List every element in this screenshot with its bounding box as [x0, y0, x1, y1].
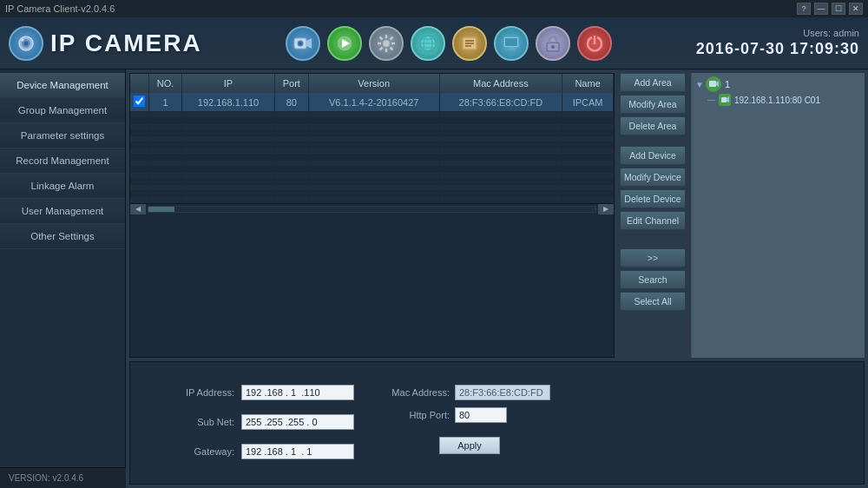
- http-port-input[interactable]: [455, 407, 507, 423]
- config-svg: [460, 34, 479, 53]
- camera-icon: [9, 26, 43, 61]
- tree-collapse-icon[interactable]: ▼: [695, 80, 704, 89]
- table-row: [130, 185, 614, 191]
- svg-line-17: [391, 36, 393, 39]
- toolbar-camera-icon[interactable]: [286, 26, 320, 61]
- sidebar-item-group-management[interactable]: Group Management: [0, 98, 125, 123]
- edit-channel-button[interactable]: Edit Channel: [620, 211, 686, 230]
- scroll-left-btn[interactable]: ◀: [130, 204, 146, 214]
- logo-text: IP CAMERA: [50, 30, 202, 57]
- table-row: [130, 179, 614, 185]
- toolbar-icons: [286, 26, 612, 61]
- help-button[interactable]: ?: [797, 3, 811, 15]
- sidebar-item-other-settings[interactable]: Other Settings: [0, 224, 125, 249]
- toolbar-config-icon[interactable]: [452, 26, 487, 61]
- power-svg: [585, 34, 604, 53]
- subnet-input[interactable]: [241, 414, 354, 430]
- svg-rect-29: [505, 38, 517, 46]
- col-port: Port: [274, 74, 308, 93]
- svg-line-15: [380, 36, 383, 39]
- tree-child-icon: —: [707, 96, 715, 104]
- sidebar-item-user-management[interactable]: User Management: [0, 199, 125, 224]
- close-button[interactable]: ✕: [849, 3, 863, 15]
- toolbar-gear-icon[interactable]: [369, 26, 404, 61]
- apply-row: Apply: [389, 433, 550, 454]
- ip-address-input[interactable]: [241, 385, 354, 400]
- table-row: [130, 161, 614, 167]
- table-row: [130, 148, 614, 155]
- sidebar-item-device-management[interactable]: Device Management: [0, 73, 125, 98]
- device-table-body: 1 192.168.1.110 80 V6.1.1.4-2-20160427 2…: [130, 93, 614, 203]
- table-row: [130, 136, 614, 142]
- row-checkbox-cell[interactable]: [130, 93, 149, 112]
- maximize-button[interactable]: ☐: [832, 3, 845, 15]
- search-button[interactable]: Search: [620, 270, 686, 289]
- apply-button[interactable]: Apply: [439, 437, 500, 454]
- table-row: [130, 118, 614, 124]
- gateway-row: Gateway:: [156, 444, 354, 459]
- gateway-input[interactable]: [241, 444, 354, 459]
- delete-device-button[interactable]: Delete Device: [620, 189, 686, 208]
- globe-svg: [418, 34, 437, 53]
- action-buttons: Add Area Modify Area Delete Area Add Dev…: [618, 73, 687, 358]
- toolbar-globe-icon[interactable]: [411, 26, 445, 61]
- select-all-button[interactable]: Select All: [620, 292, 686, 311]
- spacer2: [620, 233, 686, 238]
- toolbar-lock-icon[interactable]: [536, 26, 570, 61]
- svg-marker-38: [727, 96, 729, 102]
- forward-button[interactable]: >>: [620, 248, 686, 267]
- toolbar-monitor-icon[interactable]: [494, 26, 529, 61]
- horizontal-scrollbar[interactable]: ◀ ▶: [130, 203, 614, 214]
- add-device-button[interactable]: Add Device: [620, 146, 686, 165]
- toolbar-power-icon[interactable]: [577, 26, 612, 61]
- col-ip: IP: [182, 74, 274, 93]
- row-checkbox[interactable]: [134, 96, 145, 107]
- main-area: Device Management Group Management Param…: [0, 69, 868, 488]
- svg-point-7: [299, 42, 302, 45]
- svg-point-2: [24, 41, 29, 45]
- detail-fields: IP Address: Sub Net: Gateway: Mac Addres…: [139, 376, 855, 475]
- svg-line-18: [380, 47, 383, 49]
- modify-area-button[interactable]: Modify Area: [620, 95, 686, 114]
- tree-panel: ▼ 1 —: [691, 73, 865, 358]
- table-row: [130, 142, 614, 148]
- gear-svg: [377, 34, 396, 53]
- detail-panel: IP Address: Sub Net: Gateway: Mac Addres…: [129, 361, 865, 485]
- table-row: [130, 155, 614, 161]
- tree-toolbar: ▼ 1: [695, 76, 861, 92]
- mac-address-input: [455, 385, 550, 400]
- col-no: NO.: [149, 74, 182, 93]
- modify-device-button[interactable]: Modify Device: [620, 168, 686, 187]
- ip-address-row: IP Address:: [156, 385, 354, 400]
- table-row: [130, 197, 614, 203]
- monitor-svg: [502, 34, 521, 53]
- minimize-button[interactable]: —: [814, 3, 828, 15]
- row-name: IPCAM: [562, 93, 614, 112]
- svg-rect-37: [721, 97, 727, 102]
- scroll-right-btn[interactable]: ▶: [598, 204, 614, 214]
- subnet-row: Sub Net:: [156, 414, 354, 430]
- toolbar-play-icon[interactable]: [327, 26, 362, 61]
- sidebar-item-parameter-settings[interactable]: Parameter settings: [0, 123, 125, 148]
- svg-rect-35: [709, 81, 716, 87]
- svg-point-33: [551, 45, 555, 49]
- table-row[interactable]: 1 192.168.1.110 80 V6.1.1.4-2-20160427 2…: [130, 93, 614, 112]
- http-port-label: Http Port:: [389, 410, 450, 420]
- scroll-track: [148, 206, 596, 213]
- col-checkbox: [130, 74, 149, 93]
- add-area-button[interactable]: Add Area: [620, 73, 686, 92]
- delete-area-button[interactable]: Delete Area: [620, 116, 686, 135]
- subnet-label: Sub Net:: [156, 417, 234, 427]
- sidebar-item-record-management[interactable]: Record Management: [0, 148, 125, 174]
- col-mac: Mac Address: [439, 74, 562, 93]
- device-table: NO. IP Port Version Mac Address Name: [130, 74, 614, 203]
- titlebar: IP Camera Client-v2.0.4.6 ? — ☐ ✕: [0, 0, 868, 17]
- lock-svg: [545, 34, 561, 53]
- detail-left: IP Address: Sub Net: Gateway:: [156, 385, 354, 466]
- table-row: [130, 173, 614, 179]
- sidebar-item-linkage-alarm[interactable]: Linkage Alarm: [0, 174, 125, 199]
- device-table-wrapper: NO. IP Port Version Mac Address Name: [129, 73, 615, 358]
- mac-address-label: Mac Address:: [389, 387, 450, 398]
- tree-device-item[interactable]: — 192.168.1.110:80 C01: [707, 94, 861, 106]
- row-no: 1: [149, 93, 182, 112]
